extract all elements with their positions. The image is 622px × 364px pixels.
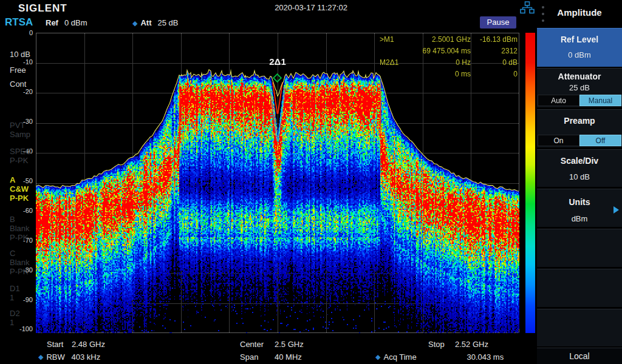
attenuator-toggle: Auto Manual <box>538 95 621 106</box>
sweep-mode-label: Free <box>10 66 26 75</box>
menu-item-scale-div[interactable]: Scale/Div 10 dB <box>537 149 622 187</box>
marker-readout-table: >M1 2.5001 GHz -16.13 dBm 69 475.004 ms … <box>380 35 518 81</box>
trace-indicator-a[interactable]: AC&WP-PK <box>10 175 29 203</box>
marker-ampl: 0 dB <box>471 58 518 70</box>
ref-label: Ref <box>46 18 58 27</box>
y-tick: 0 <box>1 29 33 36</box>
ref-level-readout: Ref0 dBm <box>46 18 87 27</box>
acq-time-readout[interactable]: ◆Acq Time30.043 ms <box>375 352 504 362</box>
pause-button[interactable]: Pause <box>480 16 516 29</box>
trigger-mode-label: Cont <box>10 79 26 89</box>
marker-id: M2Δ1 <box>380 58 414 70</box>
y-tick: -10 <box>1 58 33 66</box>
marker-time: 0 ms <box>414 70 471 81</box>
menu-header: Amplitude <box>537 0 622 27</box>
y-tick: -60 <box>1 207 33 214</box>
coupled-diamond-icon: ◆ <box>38 353 43 361</box>
coupled-diamond-icon: ◆ <box>132 19 137 27</box>
menu-item-empty-1[interactable] <box>537 229 622 267</box>
menu-item-empty-2[interactable] <box>537 269 622 307</box>
trace-indicator-pvt[interactable]: PVTSamp <box>10 121 30 139</box>
submenu-arrow-icon <box>613 206 619 214</box>
marker-count: 0 <box>471 70 518 81</box>
menu-item-empty-3[interactable] <box>537 309 622 346</box>
attenuator-auto-option[interactable]: Auto <box>538 95 579 106</box>
scale-per-div-label: 10 dB <box>10 50 30 59</box>
preamp-off-option[interactable]: Off <box>579 135 621 146</box>
lan-network-icon[interactable] <box>520 1 535 16</box>
menu-item-ref-level[interactable]: Ref Level 0 dBm <box>537 28 622 67</box>
marker-delta-label: 2Δ1 <box>261 56 294 67</box>
marker-ampl: -16.13 dBm <box>471 35 518 47</box>
menu-item-preamp[interactable]: Preamp On Off <box>537 109 622 147</box>
att-label: Att <box>140 18 151 27</box>
span-readout[interactable]: Span40 MHz <box>240 352 302 362</box>
menu-item-units[interactable]: Units dBm <box>537 189 622 227</box>
marker-time: 69 475.004 ms <box>414 47 471 58</box>
attenuator-manual-option[interactable]: Manual <box>579 95 621 106</box>
mode-label-rtsa: RTSA <box>5 16 33 29</box>
preamp-toggle: On Off <box>538 135 621 146</box>
menu-title: Amplitude <box>537 7 622 18</box>
att-readout: ◆Att25 dB <box>132 18 179 27</box>
center-freq-readout[interactable]: Center2.5 GHz <box>240 339 304 349</box>
marker-count: 2312 <box>471 47 518 58</box>
trace-indicator-d1[interactable]: D11 <box>10 284 20 302</box>
ref-value: 0 dBm <box>64 18 87 27</box>
soft-menu-panel: Amplitude Ref Level 0 dBm Attenuator 25 … <box>537 0 622 364</box>
datetime: 2020-03-17 11:27:02 <box>238 3 384 12</box>
trace-indicator-c[interactable]: CBlankP-PK <box>10 249 30 276</box>
coupled-diamond-icon: ◆ <box>375 353 380 361</box>
trace-indicator-b[interactable]: BBlankP-PK <box>10 215 30 242</box>
stop-freq-readout[interactable]: Stop2.52 GHz <box>428 339 488 349</box>
start-freq-readout[interactable]: Start2.48 GHz <box>47 339 105 349</box>
rbw-readout[interactable]: ◆RBW403 kHz <box>38 352 100 362</box>
trace-indicator-spec[interactable]: SPECP-PK <box>10 147 31 165</box>
att-value: 25 dB <box>158 18 179 27</box>
brand-logo: SIGLENT <box>18 2 67 15</box>
marker-freq: 0 Hz <box>414 58 471 70</box>
menu-item-attenuator[interactable]: Attenuator 25 dB Auto Manual <box>537 68 622 107</box>
y-tick: -20 <box>1 88 33 95</box>
trace-indicator-d2[interactable]: D21 <box>10 309 20 327</box>
density-colorbar <box>525 33 535 333</box>
analyzer-screen: SIGLENT 2020-03-17 11:27:02 RTSA Ref0 dB… <box>0 0 622 364</box>
marker-freq: 2.5001 GHz <box>414 35 471 47</box>
local-button[interactable]: Local <box>537 348 622 364</box>
marker-id: >M1 <box>380 35 414 47</box>
preamp-on-option[interactable]: On <box>538 135 579 146</box>
